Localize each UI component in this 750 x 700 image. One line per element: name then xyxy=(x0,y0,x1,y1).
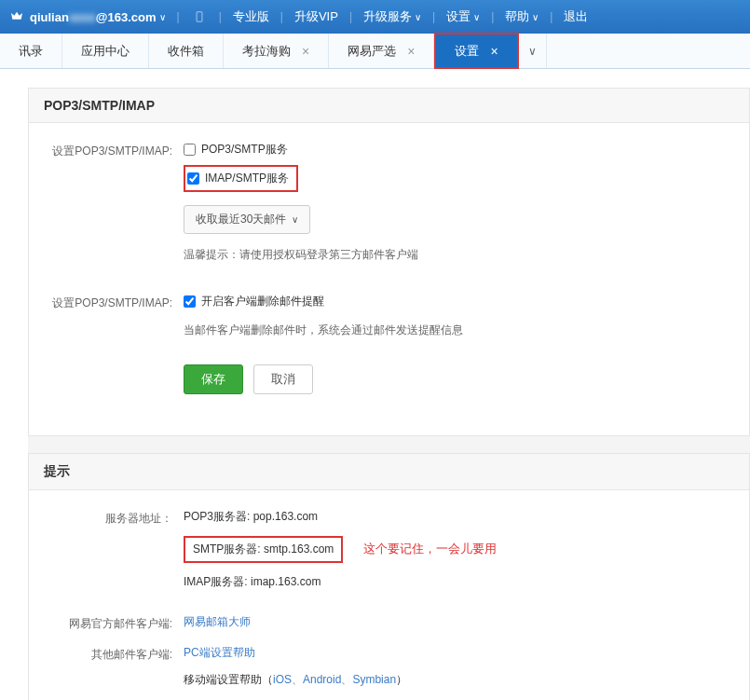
checkbox-label-imap: IMAP/SMTP服务 xyxy=(205,171,289,186)
label-server: 服务器地址： xyxy=(44,509,184,601)
cancel-button[interactable]: 取消 xyxy=(253,364,313,394)
header-link-vip[interactable]: 升级VIP xyxy=(294,8,338,25)
section-body-tips: 服务器地址： POP3服务器: pop.163.com SMTP服务器: smt… xyxy=(28,490,750,700)
header-link-settings[interactable]: 设置∨ xyxy=(446,8,480,25)
tab-contacts[interactable]: 讯录 xyxy=(0,34,62,68)
checkbox-pop3[interactable] xyxy=(184,144,196,156)
imap-server: IMAP服务器: imap.163.com xyxy=(184,574,734,590)
label-set-protocol: 设置POP3/SMTP/IMAP: xyxy=(44,142,184,266)
chevron-down-icon: ∨ xyxy=(528,45,537,58)
header-link-upgrade[interactable]: 升级服务∨ xyxy=(363,8,421,25)
link-pc-help[interactable]: PC端设置帮助 xyxy=(184,646,255,659)
tab-apps[interactable]: 应用中心 xyxy=(62,34,149,68)
label-set-protocol2: 设置POP3/SMTP/IMAP: xyxy=(44,294,184,341)
checkbox-label-delete-alert: 开启客户端删除邮件提醒 xyxy=(201,294,324,309)
hint-delete: 当邮件客户端删除邮件时，系统会通过邮件发送提醒信息 xyxy=(184,321,734,341)
close-icon[interactable]: × xyxy=(407,44,415,59)
tab-settings[interactable]: 设置× xyxy=(434,33,518,69)
checkbox-imap[interactable] xyxy=(187,172,199,185)
link-android[interactable]: Android xyxy=(303,673,341,686)
mobile-help-text: 移动端设置帮助（ xyxy=(184,673,273,686)
header-link-pro[interactable]: 专业版 xyxy=(233,8,269,25)
checkbox-label-pop3: POP3/SMTP服务 xyxy=(201,142,288,158)
smtp-server: SMTP服务器: smtp.163.com xyxy=(184,536,343,563)
save-button[interactable]: 保存 xyxy=(184,364,243,394)
section-title-pop3: POP3/SMTP/IMAP xyxy=(28,88,750,123)
tab-yanxuan[interactable]: 网易严选× xyxy=(329,34,434,68)
checkbox-delete-alert[interactable] xyxy=(184,295,196,308)
header-link-logout[interactable]: 退出 xyxy=(564,8,588,25)
section-body-protocols: 设置POP3/SMTP/IMAP: POP3/SMTP服务 IMAP/SMTP服… xyxy=(28,123,750,436)
chevron-down-icon: ∨ xyxy=(292,214,298,225)
hint-authcode: 温馨提示：请使用授权码登录第三方邮件客户端 xyxy=(184,245,734,266)
tab-overflow[interactable]: ∨ xyxy=(519,34,547,68)
crown-icon xyxy=(9,9,24,24)
label-other-client: 其他邮件客户端: xyxy=(44,645,184,699)
label-official-client: 网易官方邮件客户端: xyxy=(44,614,184,632)
mobile-icon[interactable] xyxy=(193,10,206,23)
dropdown-mail-range[interactable]: 收取最近30天邮件 ∨ xyxy=(184,205,310,234)
tab-inbox[interactable]: 收件箱 xyxy=(149,34,224,68)
header-link-help[interactable]: 帮助∨ xyxy=(505,8,539,25)
svg-rect-0 xyxy=(197,12,202,22)
pop3-server: POP3服务器: pop.163.com xyxy=(184,509,734,525)
close-icon[interactable]: × xyxy=(490,44,498,59)
close-icon[interactable]: × xyxy=(302,44,309,59)
top-header: qiulianxxxx@163.com ∨ | | 专业版 | 升级VIP | … xyxy=(0,0,750,34)
tab-kaola[interactable]: 考拉海购× xyxy=(224,34,329,68)
tab-bar: 讯录 应用中心 收件箱 考拉海购× 网易严选× 设置× ∨ xyxy=(0,34,750,69)
content-area: POP3/SMTP/IMAP 设置POP3/SMTP/IMAP: POP3/SM… xyxy=(0,69,750,700)
chevron-down-icon[interactable]: ∨ xyxy=(159,12,166,22)
section-title-tips: 提示 xyxy=(28,453,750,490)
link-mailmaster[interactable]: 网易邮箱大师 xyxy=(184,615,251,628)
link-symbian[interactable]: Symbian xyxy=(352,673,396,686)
user-email[interactable]: qiulianxxxx@163.com xyxy=(30,10,157,24)
link-ios[interactable]: iOS xyxy=(273,673,292,686)
annotation-remember: 这个要记住，一会儿要用 xyxy=(363,542,497,556)
